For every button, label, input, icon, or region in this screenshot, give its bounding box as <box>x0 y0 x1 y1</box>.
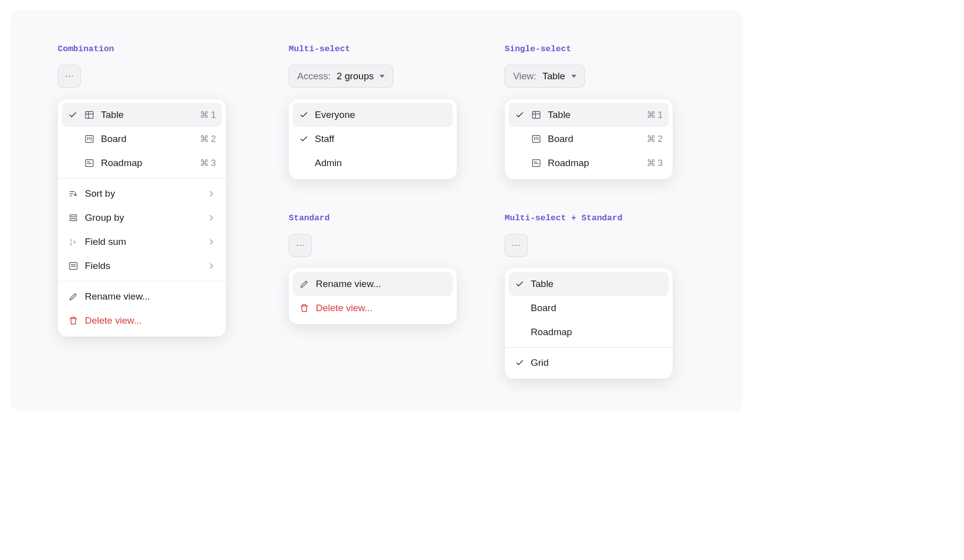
svg-point-39 <box>519 245 520 246</box>
menu-label: Sort by <box>85 188 201 199</box>
svg-point-36 <box>303 245 304 246</box>
menu-item-rename[interactable]: Rename view... <box>62 285 222 309</box>
ms-standard-menu: Table Board Roadmap Grid <box>505 268 673 379</box>
menu-item-staff[interactable]: Staff <box>293 127 453 151</box>
menu-item-table[interactable]: Table ⌘1 <box>62 103 222 127</box>
menu-label: Delete view... <box>316 303 447 314</box>
svg-point-35 <box>300 245 301 246</box>
ellipsis-icon <box>295 240 305 250</box>
pill-value: 2 groups <box>337 71 374 82</box>
svg-rect-16 <box>70 215 76 217</box>
menu-item-delete[interactable]: Delete view... <box>293 296 453 320</box>
menu-item-board[interactable]: Board ⌘2 <box>62 127 222 151</box>
menu-label: Staff <box>315 133 447 145</box>
caret-down-icon <box>380 75 385 78</box>
menu-label: Roadmap <box>101 158 194 169</box>
pencil-icon <box>68 292 78 302</box>
pencil-icon <box>299 279 309 289</box>
menu-label: Board <box>548 133 641 145</box>
menu-item-admin[interactable]: Admin <box>293 151 453 175</box>
menu-label: Board <box>531 303 663 314</box>
check-icon <box>515 110 524 119</box>
svg-point-1 <box>69 76 70 77</box>
shortcut: ⌘1 <box>200 109 216 120</box>
section-label-ms-standard: Multi-select + Standard <box>505 213 673 223</box>
menu-label: Table <box>548 109 641 120</box>
svg-point-0 <box>66 76 67 77</box>
chevron-right-icon <box>207 237 216 246</box>
trash-icon <box>68 316 78 326</box>
sort-icon <box>68 189 78 199</box>
menu-item-fieldsum[interactable]: 123 Field sum <box>62 230 222 254</box>
menu-label: Table <box>531 278 663 290</box>
ellipsis-icon <box>64 71 74 81</box>
pill-prefix: View: <box>513 71 536 82</box>
menu-label: Everyone <box>315 109 447 120</box>
menu-item-rename[interactable]: Rename view... <box>293 272 453 296</box>
shortcut: ⌘3 <box>200 158 216 169</box>
menu-item-table[interactable]: Table <box>509 272 669 296</box>
pill-value: Table <box>542 71 565 82</box>
standard-menu: Rename view... Delete view... <box>289 268 457 324</box>
menu-item-sortby[interactable]: Sort by <box>62 182 222 206</box>
roadmap-icon <box>531 158 541 168</box>
menu-label: Roadmap <box>531 327 663 338</box>
menu-label: Delete view... <box>85 315 216 326</box>
check-icon <box>299 110 308 119</box>
svg-point-37 <box>513 245 514 246</box>
table-icon <box>84 110 94 120</box>
menu-item-board[interactable]: Board <box>509 296 669 320</box>
menu-item-fields[interactable]: Fields <box>62 254 222 278</box>
menu-item-delete[interactable]: Delete view... <box>62 309 222 333</box>
menu-label: Rename view... <box>316 278 447 290</box>
section-label-multiselect: Multi-select <box>289 44 457 54</box>
svg-rect-17 <box>70 219 76 221</box>
check-icon <box>68 110 77 119</box>
pill-prefix: Access: <box>297 71 331 82</box>
menu-label: Table <box>101 109 194 120</box>
menu-item-table[interactable]: Table ⌘1 <box>509 103 669 127</box>
fieldsum-icon: 123 <box>68 237 78 247</box>
svg-rect-21 <box>70 262 77 269</box>
menu-item-board[interactable]: Board ⌘2 <box>509 127 669 151</box>
more-button[interactable] <box>289 234 312 257</box>
svg-rect-31 <box>533 160 540 166</box>
menu-label: Grid <box>531 357 663 368</box>
menu-label: Rename view... <box>85 291 216 302</box>
menu-label: Field sum <box>85 236 201 247</box>
shortcut: ⌘3 <box>647 158 663 169</box>
menu-item-roadmap[interactable]: Roadmap ⌘3 <box>62 151 222 175</box>
menu-label: Board <box>101 133 194 145</box>
access-button[interactable]: Access: 2 groups <box>289 65 393 88</box>
svg-rect-24 <box>533 111 540 118</box>
shortcut: ⌘2 <box>200 133 216 145</box>
more-button[interactable] <box>505 234 528 257</box>
menu-label: Fields <box>85 260 201 271</box>
divider <box>505 347 673 348</box>
check-icon <box>515 358 524 367</box>
menu-item-grid[interactable]: Grid <box>509 351 669 375</box>
menu-label: Group by <box>85 212 201 223</box>
svg-rect-10 <box>86 160 93 166</box>
menu-item-roadmap[interactable]: Roadmap ⌘3 <box>509 151 669 175</box>
menu-item-groupby[interactable]: Group by <box>62 206 222 230</box>
table-icon <box>531 110 541 120</box>
board-icon <box>531 134 541 144</box>
menu-item-everyone[interactable]: Everyone <box>293 103 453 127</box>
svg-point-34 <box>297 245 298 246</box>
check-icon <box>299 134 308 144</box>
chevron-right-icon <box>207 213 216 222</box>
shortcut: ⌘2 <box>647 133 663 145</box>
multiselect-menu: Everyone Staff Admin <box>289 99 457 179</box>
section-label-combination: Combination <box>58 44 226 54</box>
svg-text:3: 3 <box>73 240 75 244</box>
trash-icon <box>299 303 309 313</box>
menu-label: Roadmap <box>548 158 641 169</box>
more-button[interactable] <box>58 65 81 88</box>
section-label-standard: Standard <box>289 213 457 223</box>
combination-menu: Table ⌘1 Board ⌘2 Roadmap ⌘3 Sort by <box>58 99 226 337</box>
view-button[interactable]: View: Table <box>505 65 585 88</box>
menu-item-roadmap[interactable]: Roadmap <box>509 320 669 344</box>
section-label-singleselect: Single-select <box>505 44 673 54</box>
svg-rect-3 <box>86 111 93 118</box>
